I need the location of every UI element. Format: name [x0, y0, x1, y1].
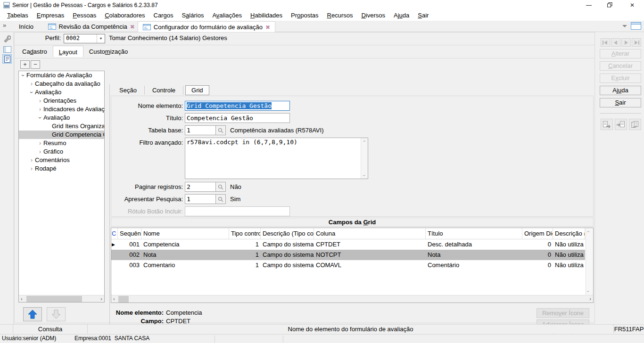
- tab-secao[interactable]: Seção: [112, 86, 145, 95]
- tree-item[interactable]: ›Indicadores de Avaliaçã: [19, 105, 104, 114]
- tab-layout[interactable]: Layout: [53, 46, 83, 57]
- scroll-down-icon[interactable]: ›: [586, 291, 591, 292]
- scroll-right-icon[interactable]: ›: [100, 295, 102, 302]
- tree-expander-icon[interactable]: ›: [19, 72, 27, 79]
- copy-records-button[interactable]: [629, 119, 641, 130]
- document-tab[interactable]: Configurador do formulário de avaliação …: [138, 21, 275, 33]
- table-row[interactable]: 002Nota1Campo do sistemaNOTCPTNota0Não u…: [111, 250, 593, 260]
- column-header-sequencia[interactable]: Sequência: [118, 228, 141, 239]
- column-header-tipo-controle[interactable]: Tipo controle: [229, 228, 261, 239]
- tree-item[interactable]: ›Avaliação: [19, 114, 104, 122]
- column-header-origem-dica[interactable]: Origem Dica: [522, 228, 553, 239]
- titulo-input[interactable]: Competencia Gestão: [185, 113, 290, 123]
- tree-item[interactable]: Grid Competencia G: [19, 131, 104, 139]
- menu-item[interactable]: Colaboradores: [100, 10, 149, 21]
- tab-close-icon[interactable]: ✖: [265, 24, 270, 30]
- menu-item[interactable]: Diversos: [357, 10, 389, 21]
- next-record-button[interactable]: [621, 38, 631, 47]
- menu-item[interactable]: Salários: [177, 10, 208, 21]
- table-row[interactable]: ▶001Competencia1Campo do sistemaCPTDETDe…: [111, 239, 593, 250]
- tree-horizontal-scrollbar[interactable]: ‹ ›: [19, 295, 104, 302]
- paginar-registros-input[interactable]: 2: [185, 182, 216, 192]
- cancelar-button[interactable]: Cancelar: [600, 61, 641, 71]
- remover-icone-button[interactable]: Remover Ícone: [537, 308, 589, 318]
- column-header-nome[interactable]: Nome: [141, 228, 229, 239]
- form-designer-icon[interactable]: [2, 54, 12, 64]
- export-record-button[interactable]: [601, 119, 613, 130]
- tabela-base-lookup-button[interactable]: [216, 125, 226, 135]
- last-record-button[interactable]: [632, 38, 641, 47]
- scroll-left-icon[interactable]: ‹: [113, 295, 115, 302]
- table-horizontal-scrollbar[interactable]: ‹ ›: [111, 295, 593, 302]
- tree-expander-icon[interactable]: ›: [37, 139, 43, 147]
- tree-item[interactable]: ›Resumo: [19, 139, 104, 147]
- tree-item[interactable]: Grid Itens Organiza: [19, 122, 104, 131]
- sair-button[interactable]: Sair: [600, 98, 641, 107]
- scroll-right-icon[interactable]: ›: [589, 295, 591, 302]
- tree-expander-icon[interactable]: ›: [28, 164, 35, 173]
- menu-item[interactable]: Sair: [413, 10, 433, 21]
- ajuda-button[interactable]: Ajuda: [600, 86, 641, 95]
- menu-item[interactable]: Habilidades: [246, 10, 287, 21]
- menu-item[interactable]: Empresas: [33, 10, 69, 21]
- tab-close-icon[interactable]: ✖: [130, 24, 135, 30]
- tab-list-dropdown-icon[interactable]: [622, 24, 627, 28]
- column-header-descricao-tipo[interactable]: Descrição (Tipo control: [261, 228, 314, 239]
- menu-item[interactable]: Ajuda: [389, 10, 413, 21]
- move-up-button[interactable]: [23, 307, 42, 321]
- scroll-up-icon[interactable]: ›: [362, 140, 367, 142]
- table-row[interactable]: 003Comentario1Campo do sistemaCOMAVLCome…: [111, 260, 593, 270]
- menu-item[interactable]: Avaliações: [208, 10, 246, 21]
- column-header-descricao-o[interactable]: Descrição (O: [553, 228, 585, 239]
- close-button[interactable]: ✕: [623, 0, 642, 10]
- tab-grid[interactable]: Grid: [185, 85, 209, 95]
- scrollbar-thumb[interactable]: [118, 296, 129, 302]
- menu-item[interactable]: Pessoas: [68, 10, 100, 21]
- menu-item[interactable]: Cargos: [149, 10, 178, 21]
- minimize-button[interactable]: —: [579, 0, 598, 10]
- scroll-left-icon[interactable]: ‹: [21, 295, 23, 302]
- overflow-chevrons-icon[interactable]: »: [3, 22, 6, 29]
- tree-expand-all-button[interactable]: +: [20, 60, 30, 69]
- tab-cadastro[interactable]: Cadastro: [17, 47, 53, 58]
- tree-expander-icon[interactable]: ›: [37, 97, 43, 105]
- restore-button[interactable]: [600, 0, 619, 10]
- tree-expander-icon[interactable]: ›: [28, 80, 35, 88]
- tree-item[interactable]: ›Orientações: [19, 97, 104, 105]
- perfil-combobox[interactable]: 0002 ▼: [64, 34, 105, 43]
- excluir-button[interactable]: Excluir: [600, 74, 641, 83]
- tree-expander-icon[interactable]: ›: [36, 114, 44, 121]
- column-header-titulo[interactable]: Título: [426, 228, 522, 239]
- tree-item[interactable]: ›Gráfico: [19, 147, 104, 156]
- rotulo-botao-incluir-input[interactable]: [185, 206, 290, 216]
- tabela-base-input[interactable]: 1: [185, 125, 216, 135]
- scrollbar-thumb[interactable]: [26, 296, 82, 302]
- tree-expander-icon[interactable]: ›: [37, 105, 43, 114]
- first-record-button[interactable]: [601, 38, 610, 47]
- scroll-up-icon[interactable]: ›: [586, 231, 591, 232]
- column-header-coluna[interactable]: Coluna: [314, 228, 426, 239]
- scroll-down-icon[interactable]: ›: [362, 175, 367, 176]
- filtro-avancado-textarea[interactable]: r578avi.codcpt in (6,7,8,9,10) › ›: [185, 138, 368, 179]
- filtro-vertical-scrollbar[interactable]: › ›: [361, 138, 368, 179]
- menu-item[interactable]: Recursos: [323, 10, 357, 21]
- tree-item[interactable]: ›Formulário de Avaliação: [19, 71, 104, 80]
- document-tab[interactable]: Revisão da Competência ✖: [43, 21, 140, 32]
- previous-record-button[interactable]: [611, 38, 620, 47]
- import-record-button[interactable]: [615, 119, 627, 130]
- column-header-c[interactable]: C: [111, 228, 118, 239]
- nome-elemento-input[interactable]: Grid Competencia Gestão: [185, 101, 290, 111]
- menu-item[interactable]: Tabelas: [3, 10, 33, 21]
- document-tab[interactable]: Início: [14, 21, 38, 32]
- tree-item[interactable]: ›Avaliação: [19, 88, 104, 97]
- tree-expander-icon[interactable]: ›: [28, 156, 35, 164]
- apresentar-pesquisa-lookup-button[interactable]: [216, 194, 226, 204]
- maximize-view-icon[interactable]: [631, 22, 641, 30]
- tree-item[interactable]: ›Rodapé: [19, 164, 104, 173]
- menu-item[interactable]: Propostas: [287, 10, 323, 21]
- alterar-button[interactable]: Alterar: [600, 49, 641, 58]
- tree-collapse-all-button[interactable]: −: [31, 60, 40, 69]
- tree-expander-icon[interactable]: ›: [27, 89, 36, 96]
- paginar-registros-lookup-button[interactable]: [216, 182, 226, 192]
- tree-item[interactable]: ›Cabeçalho da avaliação: [19, 80, 104, 88]
